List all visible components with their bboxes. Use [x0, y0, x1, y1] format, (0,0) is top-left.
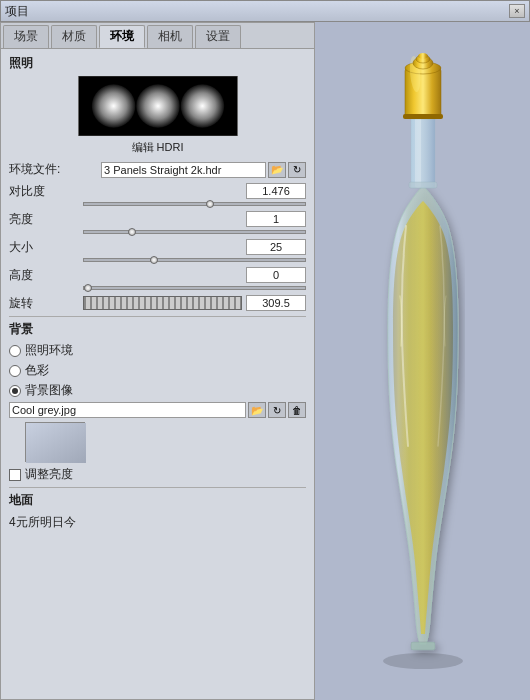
- lighting-section-title: 照明: [9, 55, 306, 72]
- contrast-slider-row: [9, 202, 306, 206]
- height-value[interactable]: 0: [246, 267, 306, 283]
- title-controls: ×: [509, 4, 525, 18]
- window-title: 项目: [5, 3, 29, 20]
- height-slider-row: [9, 286, 306, 290]
- bg-radio-1[interactable]: [9, 345, 21, 357]
- size-row: 大小 25: [9, 238, 306, 256]
- bg-image-preview: [25, 422, 85, 462]
- height-label: 高度: [9, 267, 79, 284]
- brightness-label: 亮度: [9, 211, 79, 228]
- main-window: 项目 × 场景 材质 环境 相机 设置 照明: [0, 0, 530, 700]
- svg-point-2: [136, 84, 179, 127]
- contrast-row: 对比度 1.476: [9, 182, 306, 200]
- bg-folder-icon[interactable]: 📂: [248, 402, 266, 418]
- bg-option3-row[interactable]: 背景图像: [9, 382, 306, 399]
- size-slider-row: [9, 258, 306, 262]
- bg-file-row: Cool grey.jpg 📂 ↻ 🗑: [9, 402, 306, 418]
- bg-radio-2[interactable]: [9, 365, 21, 377]
- bottle-container: [343, 41, 503, 681]
- adjust-brightness-row[interactable]: 调整亮度: [9, 466, 306, 483]
- contrast-value[interactable]: 1.476: [246, 183, 306, 199]
- svg-rect-14: [403, 114, 443, 119]
- tabs-bar: 场景 材质 环境 相机 设置: [1, 23, 314, 49]
- rotation-row: 旋转 309.5: [9, 294, 306, 312]
- bg-delete-icon[interactable]: 🗑: [288, 402, 306, 418]
- tab-material[interactable]: 材质: [51, 25, 97, 48]
- env-file-value[interactable]: 3 Panels Straight 2k.hdr: [101, 162, 266, 178]
- bottle-render: [348, 46, 498, 676]
- hdri-label[interactable]: 编辑 HDRI: [9, 140, 306, 155]
- height-row: 高度 0: [9, 266, 306, 284]
- right-panel: [315, 22, 530, 700]
- bg-refresh-icon[interactable]: ↻: [268, 402, 286, 418]
- panel-content[interactable]: 照明: [1, 49, 314, 699]
- tab-scene[interactable]: 场景: [3, 25, 49, 48]
- bg-option1-label: 照明环境: [25, 342, 73, 359]
- rotation-label: 旋转: [9, 295, 79, 312]
- svg-point-5: [383, 653, 463, 669]
- bg-option2-label: 色彩: [25, 362, 49, 379]
- divider-2: [9, 487, 306, 488]
- height-slider[interactable]: [83, 286, 306, 290]
- brightness-slider-row: [9, 230, 306, 234]
- divider-1: [9, 316, 306, 317]
- svg-rect-9: [409, 182, 437, 188]
- brightness-value[interactable]: 1: [246, 211, 306, 227]
- tab-settings[interactable]: 设置: [195, 25, 241, 48]
- bg-file-value[interactable]: Cool grey.jpg: [9, 402, 246, 418]
- hdri-preview: [78, 76, 238, 136]
- size-label: 大小: [9, 239, 79, 256]
- bg-option3-label: 背景图像: [25, 382, 73, 399]
- ground-option-label: 4元所明日今: [9, 514, 79, 531]
- tab-camera[interactable]: 相机: [147, 25, 193, 48]
- rotation-slider[interactable]: [83, 296, 242, 310]
- tab-environment[interactable]: 环境: [99, 25, 145, 48]
- env-file-row: 环境文件: 3 Panels Straight 2k.hdr 📂 ↻: [9, 161, 306, 178]
- ground-option-row: 4元所明日今: [9, 513, 306, 531]
- ground-section-title: 地面: [9, 492, 306, 509]
- env-refresh-icon[interactable]: ↻: [288, 162, 306, 178]
- adjust-brightness-label: 调整亮度: [25, 466, 73, 483]
- title-bar: 项目 ×: [0, 0, 530, 22]
- contrast-slider[interactable]: [83, 202, 306, 206]
- contrast-label: 对比度: [9, 183, 79, 200]
- svg-point-1: [91, 84, 134, 127]
- left-panel: 场景 材质 环境 相机 设置 照明: [0, 22, 315, 700]
- adjust-brightness-checkbox[interactable]: [9, 469, 21, 481]
- size-slider[interactable]: [83, 258, 306, 262]
- bg-radio-3[interactable]: [9, 385, 21, 397]
- brightness-slider[interactable]: [83, 230, 306, 234]
- rotation-value[interactable]: 309.5: [246, 295, 306, 311]
- size-value[interactable]: 25: [246, 239, 306, 255]
- brightness-row: 亮度 1: [9, 210, 306, 228]
- content-area: 场景 材质 环境 相机 设置 照明: [0, 22, 530, 700]
- svg-rect-8: [415, 116, 421, 188]
- close-button[interactable]: ×: [509, 4, 525, 18]
- env-file-label: 环境文件:: [9, 161, 99, 178]
- env-folder-icon[interactable]: 📂: [268, 162, 286, 178]
- background-section: 背景 照明环境 色彩 背景图像 Cool gr: [9, 321, 306, 483]
- svg-point-17: [418, 53, 428, 59]
- svg-rect-7: [411, 116, 435, 188]
- svg-point-3: [180, 84, 223, 127]
- bg-option2-row[interactable]: 色彩: [9, 362, 306, 379]
- bg-section-title: 背景: [9, 321, 306, 338]
- svg-rect-6: [411, 642, 435, 650]
- bg-option1-row[interactable]: 照明环境: [9, 342, 306, 359]
- svg-rect-4: [26, 423, 86, 463]
